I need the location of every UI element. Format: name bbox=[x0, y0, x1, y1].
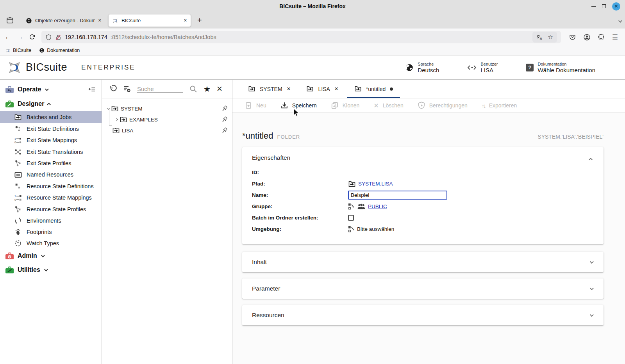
sidebar-item-resource-state-mappings[interactable]: Resource State Mappings bbox=[0, 192, 102, 203]
name-input[interactable] bbox=[348, 191, 447, 200]
delete-button[interactable]: ✕ Löschen bbox=[373, 102, 403, 109]
new-tab-button[interactable]: + bbox=[194, 16, 205, 25]
firefox-view-button[interactable] bbox=[4, 15, 16, 27]
documentation-selector[interactable]: ? Dokumentation Wähle Dokumentation bbox=[526, 62, 595, 73]
refresh-icon[interactable] bbox=[109, 85, 117, 93]
sidebar-item-batches-and-jobs[interactable]: Batches and Jobs bbox=[0, 111, 102, 123]
forward-button[interactable]: → bbox=[17, 33, 23, 41]
doc-tab-label: LISA bbox=[318, 86, 330, 92]
user-label: Benutzer bbox=[480, 62, 498, 66]
chevron-down-icon bbox=[590, 286, 594, 290]
sidebar-item-named-resources[interactable]: Named Resources bbox=[0, 169, 102, 180]
clone-button[interactable]: Klonen bbox=[331, 102, 360, 109]
collapse-sidebar-button[interactable] bbox=[88, 86, 96, 93]
select-icon[interactable] bbox=[348, 203, 355, 210]
browser-tab-bicsuite[interactable]: BICsuite ✕ bbox=[108, 14, 191, 27]
export-button[interactable]: ↑↓ Exportieren bbox=[482, 102, 517, 109]
account-icon[interactable] bbox=[583, 34, 591, 41]
bookmark-dokumentation[interactable]: Dokumentation bbox=[39, 48, 80, 53]
app-body: Operate Designer Batches and Jobs Exit S… bbox=[0, 80, 625, 364]
filter-icon[interactable] bbox=[123, 85, 131, 93]
gruppe-link[interactable]: PUBLIC bbox=[368, 203, 387, 209]
chevron-down-icon[interactable] bbox=[107, 106, 110, 109]
sidebar-item-resource-state-definitions[interactable]: Resource State Definitions bbox=[0, 180, 102, 192]
tree-node-system[interactable]: SYSTEM bbox=[107, 103, 228, 114]
sidebar-item-footprints[interactable]: Footprints bbox=[0, 226, 102, 237]
close-tab-icon[interactable]: ✕ bbox=[287, 86, 291, 92]
doc-tab-system[interactable]: SYSTEM ✕ bbox=[240, 80, 298, 98]
sidebar-item-watch-types[interactable]: Watch Types bbox=[0, 237, 102, 249]
panel-eigenschaften: Eigenschaften ID: Pfad: SYSTEM.LISA bbox=[242, 147, 604, 244]
panel-inhalt[interactable]: Inhalt bbox=[242, 252, 604, 272]
menu-icon[interactable]: ☰ bbox=[612, 33, 618, 41]
chevron-right-icon[interactable] bbox=[115, 118, 118, 121]
tracking-shield-icon[interactable] bbox=[45, 34, 52, 41]
docs-favicon bbox=[39, 48, 45, 53]
search-icon[interactable] bbox=[189, 85, 198, 93]
user-menu[interactable]: Benutzer LISA bbox=[467, 62, 498, 73]
sidebar-item-exit-state-profiles[interactable]: Exit State Profiles bbox=[0, 157, 102, 169]
sidebar-item-exit-state-mappings[interactable]: Exit State Mappings bbox=[0, 134, 102, 146]
new-button[interactable]: Neu bbox=[245, 102, 266, 109]
sidebar-item-resource-state-profiles[interactable]: Resource State Profiles bbox=[0, 203, 102, 215]
chevron-down-icon bbox=[590, 260, 594, 264]
group-people-icon bbox=[357, 203, 366, 210]
list-all-tabs-button[interactable] bbox=[618, 17, 621, 24]
doc-tab-lisa[interactable]: LISA ✕ bbox=[298, 80, 346, 98]
sidebar-item-exit-state-definitions[interactable]: Exit State Definitions bbox=[0, 123, 102, 134]
select-icon[interactable] bbox=[348, 226, 355, 232]
panel-parameter[interactable]: Parameter bbox=[242, 278, 604, 299]
sidebar-section-label: Admin bbox=[18, 252, 37, 259]
close-tab-icon[interactable]: ✕ bbox=[334, 86, 339, 92]
language-selector[interactable]: Sprache Deutsch bbox=[405, 62, 439, 73]
back-button[interactable]: ← bbox=[5, 33, 11, 41]
document-content: *untitled FOLDER SYSTEM.'LISA'.'BEISPIEL… bbox=[232, 113, 625, 364]
sidebar-item-label: Watch Types bbox=[27, 240, 59, 246]
bookmark-star-icon[interactable]: ☆ bbox=[548, 34, 553, 41]
clear-icon[interactable]: ✕ bbox=[216, 84, 223, 93]
sidebar-section-designer[interactable]: Designer bbox=[0, 97, 102, 111]
dots-icon bbox=[14, 125, 22, 132]
close-tab-icon[interactable]: ✕ bbox=[98, 18, 102, 23]
minimize-button[interactable] bbox=[591, 6, 596, 7]
field-label: ID: bbox=[252, 170, 348, 175]
batch-checkbox[interactable] bbox=[348, 215, 354, 221]
favorites-star-icon[interactable]: ★ bbox=[204, 84, 211, 94]
insecure-lock-icon[interactable] bbox=[55, 34, 62, 41]
close-button[interactable]: ✕ bbox=[612, 2, 620, 11]
panel-ressourcen[interactable]: Ressourcen bbox=[242, 305, 604, 325]
translate-icon[interactable] bbox=[536, 34, 543, 41]
sidebar-section-admin[interactable]: Admin bbox=[0, 249, 102, 263]
collapse-panel-button[interactable] bbox=[590, 155, 593, 162]
pin-icon[interactable] bbox=[221, 127, 228, 134]
object-path: SYSTEM.'LISA'.'BEISPIEL' bbox=[538, 134, 604, 140]
field-id: ID: bbox=[252, 167, 593, 178]
sidebar-section-utilities[interactable]: Utilities bbox=[0, 263, 102, 277]
maximize-button[interactable] bbox=[602, 4, 606, 8]
bookmarks-bar: BICsuite Dokumentation bbox=[0, 46, 625, 55]
pin-icon[interactable] bbox=[221, 116, 228, 123]
browser-tab-docs[interactable]: Objekte erzeugen - Dokume ✕ bbox=[22, 14, 105, 27]
button-label: Neu bbox=[256, 102, 266, 109]
tree-node-lisa[interactable]: LISA bbox=[107, 125, 228, 136]
field-label: Gruppe: bbox=[252, 203, 348, 209]
sidebar-section-operate[interactable]: Operate bbox=[0, 82, 102, 97]
operate-toolbox-icon bbox=[5, 86, 14, 93]
shield-play-icon bbox=[418, 102, 425, 109]
doc-tab-untitled[interactable]: *untitled bbox=[346, 80, 401, 98]
pocket-icon[interactable] bbox=[569, 34, 576, 41]
bookmark-bicsuite[interactable]: BICsuite bbox=[5, 48, 31, 53]
url-path: :8512/schedulix-fe/home/BatchesAndJobs bbox=[111, 34, 216, 40]
pin-icon[interactable] bbox=[221, 105, 228, 112]
tree-node-examples[interactable]: EXAMPLES bbox=[107, 114, 228, 125]
extensions-icon[interactable] bbox=[598, 34, 605, 41]
close-tab-icon[interactable]: ✕ bbox=[184, 18, 187, 23]
reload-button[interactable] bbox=[29, 34, 36, 41]
field-batch-im-ordner: Batch im Ordner erstellen: bbox=[252, 212, 593, 223]
search-input[interactable] bbox=[137, 86, 183, 93]
sidebar-item-exit-state-translations[interactable]: Exit State Translations bbox=[0, 146, 102, 157]
url-bar[interactable]: 192.168.178.174:8512/schedulix-fe/home/B… bbox=[41, 31, 561, 43]
pfad-link[interactable]: SYSTEM.LISA bbox=[358, 181, 393, 187]
permissions-button[interactable]: Berechtigungen bbox=[418, 102, 468, 109]
sidebar-item-environments[interactable]: Environments bbox=[0, 215, 102, 226]
